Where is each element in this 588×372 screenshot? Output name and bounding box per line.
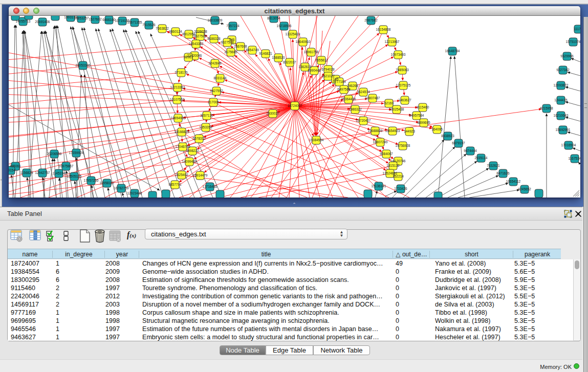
svg-text:18724007: 18724007 bbox=[288, 104, 302, 107]
svg-text:18807249: 18807249 bbox=[373, 140, 388, 144]
svg-text:12923448: 12923448 bbox=[127, 191, 142, 195]
svg-text:15136141: 15136141 bbox=[372, 184, 386, 188]
svg-text:9860124: 9860124 bbox=[169, 30, 182, 33]
svg-text:7632621: 7632621 bbox=[487, 164, 500, 167]
svg-text:1733426: 1733426 bbox=[394, 187, 407, 190]
svg-text:98961: 98961 bbox=[184, 55, 193, 59]
svg-text:2667608: 2667608 bbox=[234, 45, 247, 48]
svg-text:3175685: 3175685 bbox=[224, 50, 237, 54]
svg-text:19384554: 19384554 bbox=[309, 138, 324, 142]
svg-text:3242848: 3242848 bbox=[208, 61, 222, 65]
svg-text:16961758: 16961758 bbox=[304, 50, 319, 54]
svg-text:1527602: 1527602 bbox=[89, 17, 102, 21]
svg-text:1167534: 1167534 bbox=[569, 157, 580, 160]
svg-text:9084067: 9084067 bbox=[380, 152, 393, 156]
svg-text:20364436: 20364436 bbox=[341, 97, 356, 101]
svg-text:3624574: 3624574 bbox=[357, 90, 370, 94]
svg-text:1156829: 1156829 bbox=[20, 171, 33, 174]
svg-text:1244415: 1244415 bbox=[554, 98, 568, 102]
svg-text:19218596: 19218596 bbox=[277, 24, 292, 28]
svg-text:16120746: 16120746 bbox=[391, 159, 406, 163]
svg-text:20691406: 20691406 bbox=[35, 20, 50, 24]
svg-text:6466160: 6466160 bbox=[102, 18, 116, 21]
svg-text:217006: 217006 bbox=[208, 100, 219, 104]
svg-text:5578312: 5578312 bbox=[192, 137, 206, 140]
svg-text:19756928: 19756928 bbox=[396, 144, 410, 147]
svg-text:12213967: 12213967 bbox=[385, 40, 400, 43]
svg-text:9329966: 9329966 bbox=[560, 54, 574, 58]
svg-text:15751074: 15751074 bbox=[566, 40, 580, 43]
svg-text:16154808: 16154808 bbox=[376, 28, 391, 31]
svg-text:10807487: 10807487 bbox=[365, 96, 380, 100]
svg-text:13720407: 13720407 bbox=[356, 119, 371, 122]
svg-text:12505135: 12505135 bbox=[67, 174, 82, 178]
svg-text:2718176: 2718176 bbox=[175, 71, 188, 74]
svg-text:7625402: 7625402 bbox=[175, 173, 188, 177]
svg-text:7655812: 7655812 bbox=[315, 58, 328, 62]
svg-text:12093872: 12093872 bbox=[554, 83, 569, 87]
svg-text:18640910: 18640910 bbox=[296, 40, 311, 43]
svg-text:9146821: 9146821 bbox=[259, 52, 272, 55]
svg-text:12213363: 12213363 bbox=[170, 85, 185, 89]
svg-text:39154: 39154 bbox=[9, 168, 15, 172]
svg-text:62160: 62160 bbox=[384, 101, 394, 105]
svg-text:2930027: 2930027 bbox=[266, 112, 279, 115]
svg-text:54957584: 54957584 bbox=[409, 114, 424, 117]
svg-text:7663822: 7663822 bbox=[156, 27, 169, 30]
svg-text:8215958: 8215958 bbox=[540, 106, 553, 110]
svg-text:19166825: 19166825 bbox=[175, 130, 189, 134]
svg-text:13716485: 13716485 bbox=[203, 185, 217, 188]
svg-text:3498222: 3498222 bbox=[186, 149, 199, 152]
svg-text:6879197: 6879197 bbox=[452, 141, 465, 145]
svg-text:1145194: 1145194 bbox=[53, 171, 66, 175]
svg-text:7515526: 7515526 bbox=[142, 23, 156, 27]
svg-text:12942757: 12942757 bbox=[35, 171, 50, 174]
svg-text:8322037: 8322037 bbox=[283, 60, 296, 64]
svg-text:1588520: 1588520 bbox=[272, 56, 285, 59]
svg-text:13654923: 13654923 bbox=[385, 129, 400, 133]
svg-text:16543382: 16543382 bbox=[189, 42, 204, 46]
svg-text:17016504: 17016504 bbox=[561, 143, 576, 147]
svg-text:15692991: 15692991 bbox=[556, 128, 571, 132]
svg-text:16210643: 16210643 bbox=[554, 114, 569, 117]
svg-text:14055713: 14055713 bbox=[16, 19, 31, 23]
svg-text:13325419: 13325419 bbox=[286, 32, 300, 36]
svg-text:10654112: 10654112 bbox=[506, 180, 521, 183]
svg-text:9777169: 9777169 bbox=[333, 80, 346, 83]
svg-text:8454749: 8454749 bbox=[246, 48, 259, 52]
svg-text:9327505: 9327505 bbox=[193, 34, 207, 38]
svg-text:8938923: 8938923 bbox=[441, 134, 454, 138]
svg-text:6899695: 6899695 bbox=[417, 121, 430, 124]
svg-text:9474444: 9474444 bbox=[464, 149, 477, 152]
svg-text:10107553: 10107553 bbox=[170, 98, 185, 101]
svg-text:10975867: 10975867 bbox=[59, 164, 74, 168]
svg-text:164095: 164095 bbox=[431, 127, 443, 131]
svg-text:8186328: 8186328 bbox=[207, 37, 221, 40]
svg-text:8813054: 8813054 bbox=[267, 16, 280, 20]
svg-text:1815132: 1815132 bbox=[386, 164, 400, 167]
svg-text:746266: 746266 bbox=[347, 84, 358, 87]
svg-text:19654933: 19654933 bbox=[171, 116, 186, 120]
svg-text:9857791: 9857791 bbox=[168, 183, 182, 186]
svg-text:435061: 435061 bbox=[10, 164, 21, 168]
svg-text:12375125: 12375125 bbox=[396, 83, 411, 87]
svg-text:2935114: 2935114 bbox=[475, 156, 488, 160]
svg-text:8471626: 8471626 bbox=[496, 171, 510, 175]
svg-text:7357224: 7357224 bbox=[226, 24, 239, 28]
svg-text:1353359: 1353359 bbox=[199, 125, 212, 129]
svg-text:3226058: 3226058 bbox=[194, 30, 207, 33]
svg-text:252214: 252214 bbox=[393, 174, 404, 178]
svg-text:6794028: 6794028 bbox=[321, 68, 335, 71]
svg-text:10671355: 10671355 bbox=[127, 20, 142, 24]
svg-text:9227342: 9227342 bbox=[556, 68, 570, 72]
svg-text:17046766: 17046766 bbox=[176, 145, 190, 148]
svg-text:9115460: 9115460 bbox=[417, 105, 429, 109]
svg-text:20206556: 20206556 bbox=[47, 152, 62, 156]
svg-text:2087682: 2087682 bbox=[364, 18, 378, 22]
svg-text:10973493: 10973493 bbox=[391, 53, 406, 56]
svg-text:7986322: 7986322 bbox=[349, 107, 362, 111]
svg-text:16033809: 16033809 bbox=[208, 18, 223, 22]
svg-text:28053346: 28053346 bbox=[76, 63, 91, 67]
svg-text:1362615: 1362615 bbox=[298, 65, 312, 69]
svg-text:9427552: 9427552 bbox=[210, 89, 223, 93]
